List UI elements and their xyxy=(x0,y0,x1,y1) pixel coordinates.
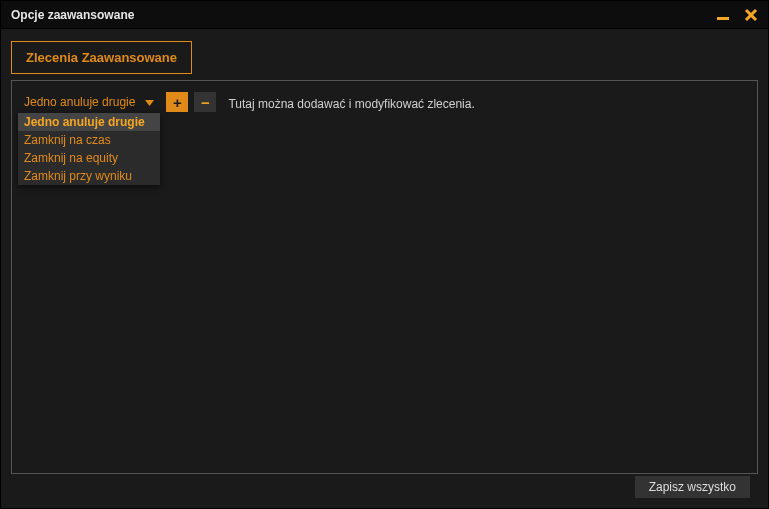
dropdown-menu: Jedno anuluje drugie Zamknij na czas Zam… xyxy=(18,113,160,185)
order-type-dropdown[interactable]: Jedno anuluje drugie Jedno anuluje drugi… xyxy=(22,91,160,113)
dropdown-item-close-time[interactable]: Zamknij na czas xyxy=(18,131,160,149)
svg-marker-3 xyxy=(145,100,154,106)
dropdown-item-close-result[interactable]: Zamknij przy wyniku xyxy=(18,167,160,185)
content-panel: Jedno anuluje drugie Jedno anuluje drugi… xyxy=(11,80,758,474)
close-icon[interactable] xyxy=(742,6,760,24)
remove-button[interactable]: − xyxy=(194,92,216,112)
footer: Zapisz wszystko xyxy=(11,474,758,500)
advanced-options-window: Opcje zaawansowane Zlecenia Zaawansowane… xyxy=(0,0,769,509)
svg-rect-0 xyxy=(717,17,729,20)
titlebar: Opcje zaawansowane xyxy=(1,1,768,29)
toolbar: Jedno anuluje drugie Jedno anuluje drugi… xyxy=(22,91,747,113)
add-button[interactable]: + xyxy=(166,92,188,112)
dropdown-button[interactable]: Jedno anuluje drugie xyxy=(22,91,160,113)
tab-advanced-orders[interactable]: Zlecenia Zaawansowane xyxy=(11,41,192,74)
tabbar: Zlecenia Zaawansowane xyxy=(1,29,768,80)
content-outer: Jedno anuluje drugie Jedno anuluje drugi… xyxy=(1,80,768,508)
hint-text: Tutaj można dodawać i modyfikować zlecen… xyxy=(228,94,474,111)
save-all-button[interactable]: Zapisz wszystko xyxy=(635,476,750,498)
titlebar-actions xyxy=(714,6,760,24)
dropdown-item-close-equity[interactable]: Zamknij na equity xyxy=(18,149,160,167)
dropdown-selected-label: Jedno anuluje drugie xyxy=(24,95,135,109)
dropdown-item-oco[interactable]: Jedno anuluje drugie xyxy=(18,113,160,131)
minimize-icon[interactable] xyxy=(714,6,732,24)
chevron-down-icon xyxy=(145,95,154,109)
window-title: Opcje zaawansowane xyxy=(11,8,714,22)
